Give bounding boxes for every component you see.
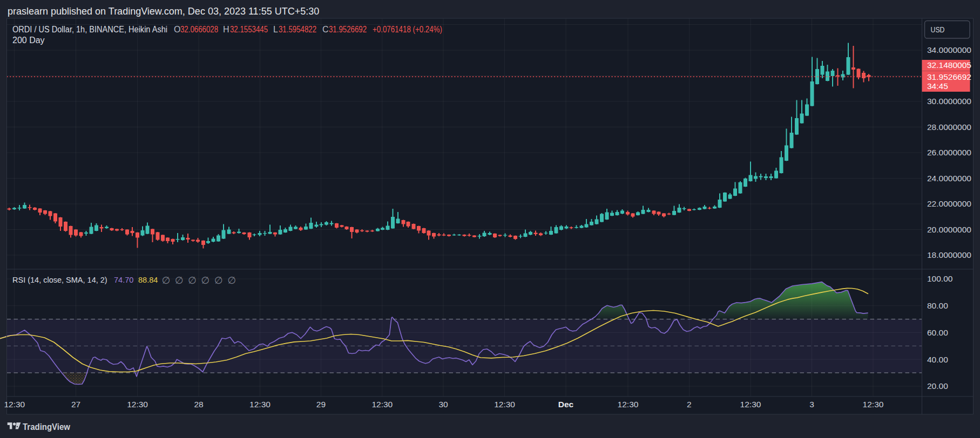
svg-text:31.9526692: 31.9526692 (329, 25, 367, 34)
svg-text:34.0000000: 34.0000000 (927, 45, 971, 54)
svg-text:18.0000000: 18.0000000 (927, 250, 971, 259)
svg-text:O: O (174, 25, 180, 34)
svg-text:28: 28 (194, 400, 203, 409)
svg-text:Dec: Dec (558, 400, 574, 409)
svg-text:12:30: 12:30 (4, 400, 25, 409)
svg-text:+0.0761418 (+0.24%): +0.0761418 (+0.24%) (373, 25, 442, 34)
svg-text:praslearn published on Trading: praslearn published on TradingView.com, … (8, 6, 319, 17)
svg-text:26.0000000: 26.0000000 (927, 148, 971, 157)
svg-text:∅: ∅ (214, 275, 223, 286)
svg-text:30.0000000: 30.0000000 (927, 97, 971, 106)
svg-text:RSI (14, close, SMA, 14, 2): RSI (14, close, SMA, 14, 2) (12, 276, 107, 284)
svg-text:∅: ∅ (188, 275, 197, 286)
svg-text:∅: ∅ (227, 275, 236, 286)
svg-text:ORDI / US Dollar, 1h, BINANCE,: ORDI / US Dollar, 1h, BINANCE, Heikin As… (12, 25, 167, 34)
svg-text:L: L (273, 25, 278, 34)
svg-text:40.00: 40.00 (927, 355, 948, 364)
svg-text:12:30: 12:30 (740, 400, 761, 409)
svg-text:2: 2 (687, 400, 692, 409)
svg-text:24.0000000: 24.0000000 (927, 174, 971, 183)
svg-text:34:45: 34:45 (927, 81, 948, 91)
svg-text:100.00: 100.00 (927, 274, 953, 283)
svg-text:20.0000000: 20.0000000 (927, 225, 971, 234)
svg-text:30: 30 (438, 400, 448, 409)
svg-text:20.00: 20.00 (927, 381, 948, 391)
svg-text:22.0000000: 22.0000000 (927, 199, 971, 208)
svg-text:200 Day: 200 Day (12, 36, 45, 45)
svg-text:80.00: 80.00 (927, 301, 948, 310)
svg-text:27: 27 (71, 400, 80, 409)
svg-text:12:30: 12:30 (494, 400, 515, 409)
svg-text:∅: ∅ (162, 275, 171, 286)
svg-text:28.0000000: 28.0000000 (927, 122, 971, 132)
svg-text:29: 29 (316, 400, 326, 409)
svg-text:31.5954822: 31.5954822 (279, 25, 316, 34)
svg-text:31.9526692: 31.9526692 (927, 72, 971, 81)
svg-text:88.84: 88.84 (138, 276, 158, 284)
svg-text:32.1553445: 32.1553445 (230, 25, 268, 34)
svg-text:12:30: 12:30 (618, 400, 639, 409)
svg-text:32.0666028: 32.0666028 (180, 25, 218, 34)
svg-text:12:30: 12:30 (371, 400, 393, 409)
svg-text:∅: ∅ (201, 275, 209, 286)
svg-text:32.1480005: 32.1480005 (927, 60, 971, 70)
svg-text:12:30: 12:30 (863, 400, 884, 409)
svg-text:12:30: 12:30 (249, 400, 271, 409)
svg-text:60.00: 60.00 (927, 328, 948, 337)
svg-text:TradingView: TradingView (23, 422, 70, 432)
svg-text:3: 3 (809, 400, 814, 409)
svg-text:∅: ∅ (175, 275, 184, 286)
svg-text:74.70: 74.70 (114, 276, 133, 284)
svg-text:C: C (322, 25, 329, 34)
svg-text:12:30: 12:30 (127, 400, 148, 409)
svg-text:USD: USD (931, 25, 945, 34)
svg-text:H: H (223, 25, 229, 34)
